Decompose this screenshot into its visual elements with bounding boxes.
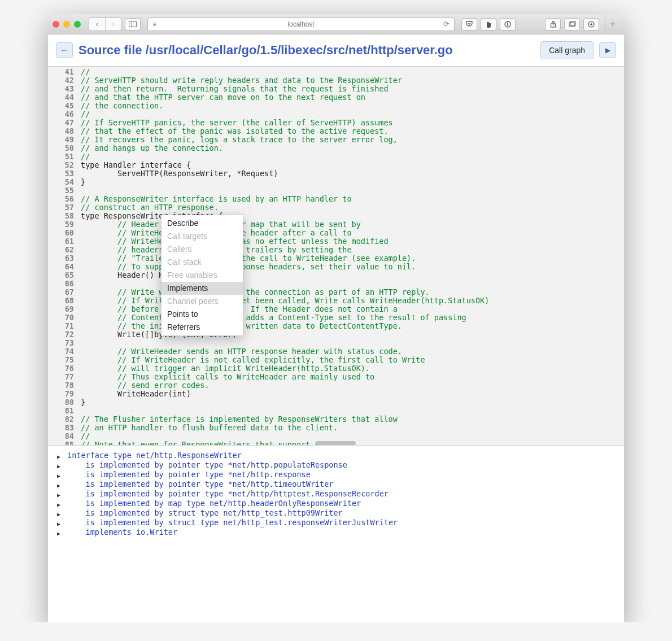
code-line[interactable]: 58type ResponseWriter interface { (48, 212, 624, 220)
code-line[interactable]: 47// If ServeHTTP panics, the server (th… (48, 119, 624, 127)
code-line[interactable]: 70 // Content-Type line, Write adds a Co… (48, 313, 624, 322)
code-line[interactable]: 51// (48, 152, 624, 161)
code-line[interactable]: 55 (48, 186, 624, 195)
code-line[interactable]: 42// ServeHTTP should write reply header… (48, 76, 624, 85)
code-line[interactable]: 71 // the initial 512 bytes of written d… (48, 322, 624, 330)
line-number: 53 (48, 169, 80, 178)
code-line[interactable]: 65 Header() Header (48, 271, 624, 280)
code-line[interactable]: 63 // "Trailer" header before the call t… (48, 254, 624, 263)
browser-window: ‹ › ≡ localhost ⟳ ＋ ← Source file /usr/l… (48, 14, 624, 622)
code-line[interactable]: 60 // WriteHeader. Changing the header a… (48, 229, 624, 237)
code-line[interactable]: 64 // To suppress implicit response head… (48, 263, 624, 271)
line-number: 82 (48, 415, 80, 424)
code-text: // If ServeHTTP panics, the server (the … (80, 119, 393, 127)
code-line[interactable]: 83// an HTTP handler to flush buffered d… (48, 424, 624, 432)
code-line[interactable]: 78 // send error codes. (48, 381, 624, 390)
back-button[interactable]: ← (56, 42, 73, 58)
code-line[interactable]: 74 // WriteHeader sends an HTTP response… (48, 347, 624, 356)
code-line[interactable]: 50// and hangs up the connection. (48, 144, 624, 152)
output-line[interactable]: ▶ is implemented by struct type net/http… (57, 509, 615, 518)
minimize-icon[interactable] (63, 21, 70, 28)
onepassword-button[interactable] (500, 18, 516, 30)
forward-button[interactable]: ▶ (599, 42, 616, 58)
disclosure-triangle-icon[interactable]: ▶ (57, 470, 67, 480)
disclosure-triangle-icon[interactable]: ▶ (57, 518, 67, 528)
code-text: // the connection. (80, 102, 163, 110)
menu-item-implements[interactable]: Implements (162, 282, 243, 295)
output-line[interactable]: ▶ is implemented by pointer type *net/ht… (57, 461, 615, 470)
output-line[interactable]: ▶ is implemented by struct type net/http… (57, 518, 615, 528)
code-line[interactable]: 76 // will trigger an implicit WriteHead… (48, 364, 624, 373)
nav-back-button[interactable]: ‹ (89, 18, 105, 30)
code-line[interactable]: 68 // If WriteHeader has not yet been ca… (48, 296, 624, 305)
code-line[interactable]: 52type Handler interface { (48, 161, 624, 169)
new-tab-button[interactable]: ＋ (605, 14, 619, 34)
code-line[interactable]: 72 Write([]byte) (int, error) (48, 330, 624, 339)
code-line[interactable]: 81 (48, 407, 624, 415)
code-line[interactable]: 56// A ResponseWriter interface is used … (48, 195, 624, 203)
code-text: // send error codes. (80, 381, 210, 390)
evernote-button[interactable] (481, 18, 496, 30)
disclosure-triangle-icon[interactable]: ▶ (57, 451, 67, 461)
disclosure-triangle-icon[interactable]: ▶ (57, 490, 67, 499)
line-number: 45 (48, 102, 80, 110)
code-line[interactable]: 44// and that the HTTP server can move o… (48, 93, 624, 102)
disclosure-triangle-icon[interactable]: ▶ (57, 499, 67, 509)
code-text: // (80, 152, 90, 161)
close-icon[interactable] (53, 21, 59, 28)
output-line[interactable]: ▶ is implemented by pointer type *net/ht… (57, 490, 615, 499)
output-line[interactable]: ▶ is implemented by map type net/http.he… (57, 499, 615, 509)
code-line[interactable]: 66 (48, 280, 624, 288)
share-button[interactable] (545, 18, 561, 30)
menu-item-call-targets: Call targets (162, 230, 243, 243)
nav-forward-button[interactable]: › (105, 18, 121, 30)
output-line[interactable]: ▶ is implemented by pointer type *net/ht… (57, 470, 615, 480)
address-bar[interactable]: ≡ localhost ⟳ (147, 18, 455, 31)
scrollbar-horizontal[interactable] (316, 441, 356, 445)
output-text: is implemented by pointer type *net/http… (67, 490, 389, 499)
code-line[interactable]: 45// the connection. (48, 102, 624, 110)
code-line[interactable]: 79 WriteHeader(int) (48, 390, 624, 398)
maximize-icon[interactable] (74, 21, 81, 28)
code-line[interactable]: 75 // If WriteHeader is not called expli… (48, 356, 624, 364)
downloads-button[interactable] (583, 18, 599, 30)
code-line[interactable]: 49// It recovers the panic, logs a stack… (48, 136, 624, 144)
reload-icon[interactable]: ⟳ (443, 20, 450, 28)
code-line[interactable]: 48// that the effect of the panic was is… (48, 127, 624, 136)
output-line[interactable]: ▶interface type net/http.ResponseWriter (57, 451, 615, 461)
code-line[interactable]: 84// (48, 432, 624, 441)
code-line[interactable]: 46// (48, 110, 624, 119)
code-line[interactable]: 62 // headers were declared as trailers … (48, 246, 624, 254)
menu-item-referrers[interactable]: Referrers (162, 321, 243, 334)
disclosure-triangle-icon[interactable]: ▶ (57, 480, 67, 490)
line-number: 73 (48, 339, 80, 347)
pocket-button[interactable] (461, 18, 477, 30)
output-line[interactable]: ▶ implements io.Writer (57, 528, 615, 538)
menu-item-describe[interactable]: Describe (162, 217, 243, 230)
sidebar-toggle-button[interactable] (125, 18, 141, 30)
code-line[interactable]: 43// and then return. Returning signals … (48, 85, 624, 93)
code-line[interactable]: 82// The Flusher interface is implemente… (48, 415, 624, 424)
code-line[interactable]: 67 // Write writes the data to the conne… (48, 288, 624, 296)
tabs-button[interactable] (564, 18, 580, 30)
code-line[interactable]: 73 (48, 339, 624, 347)
code-line[interactable]: 80} (48, 398, 624, 407)
disclosure-triangle-icon[interactable]: ▶ (57, 461, 67, 470)
disclosure-triangle-icon[interactable]: ▶ (57, 528, 67, 538)
output-text: is implemented by struct type net/http_t… (67, 509, 343, 518)
code-text: // (80, 110, 90, 119)
code-line[interactable]: 61 // WriteHeader (or Write) has no effe… (48, 237, 624, 246)
code-line[interactable]: 77 // Thus explicit calls to WriteHeader… (48, 373, 624, 381)
disclosure-triangle-icon[interactable]: ▶ (57, 509, 67, 518)
code-line[interactable]: 54} (48, 178, 624, 186)
code-line[interactable]: 59 // Header returns the header map that… (48, 220, 624, 229)
code-line[interactable]: 69 // before writing the data. If the He… (48, 305, 624, 313)
call-graph-button[interactable]: Call graph (540, 41, 594, 59)
code-line[interactable]: 57// construct an HTTP response. (48, 203, 624, 212)
code-line[interactable]: 41// (48, 68, 624, 76)
menu-item-points-to[interactable]: Points to (162, 308, 243, 321)
code-line[interactable]: 53 ServeHTTP(ResponseWriter, *Request) (48, 169, 624, 178)
code-pane[interactable]: 41//42// ServeHTTP should write reply he… (48, 66, 624, 446)
code-text: // ServeHTTP should write reply headers … (80, 76, 402, 85)
output-line[interactable]: ▶ is implemented by pointer type *net/ht… (57, 480, 615, 490)
